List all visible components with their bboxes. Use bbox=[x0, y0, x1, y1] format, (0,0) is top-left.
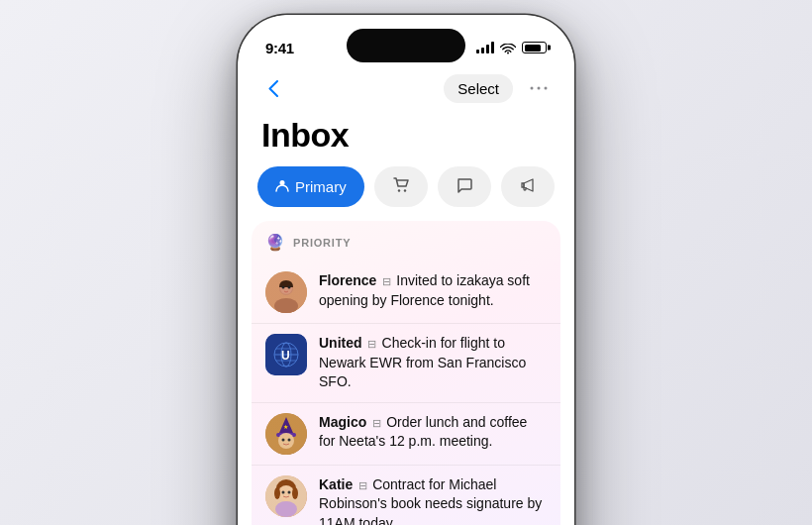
phone-frame: 9:41 bbox=[238, 15, 574, 525]
tab-shopping[interactable] bbox=[374, 166, 428, 207]
snippet-icon-2: ⊟ bbox=[372, 417, 384, 429]
svg-text:U: U bbox=[281, 349, 290, 363]
more-button[interactable] bbox=[523, 72, 555, 104]
snippet-icon-3: ⊟ bbox=[358, 479, 370, 491]
svg-point-31 bbox=[288, 490, 291, 493]
email-item-florence[interactable]: Florence ⊟ Invited to izakaya soft openi… bbox=[252, 262, 560, 323]
tab-promotions[interactable] bbox=[501, 166, 555, 207]
magico-email-text: Magico ⊟ Order lunch and coffee for Neet… bbox=[319, 413, 547, 452]
tab-primary-label: Primary bbox=[295, 178, 347, 195]
avatar-magico: ★ bbox=[265, 413, 307, 455]
svg-point-0 bbox=[531, 87, 534, 90]
svg-point-4 bbox=[397, 189, 399, 191]
florence-email-text: Florence ⊟ Invited to izakaya soft openi… bbox=[319, 271, 547, 310]
svg-point-2 bbox=[545, 87, 548, 90]
select-button[interactable]: Select bbox=[444, 74, 513, 103]
back-button[interactable] bbox=[257, 72, 289, 104]
page-header: Inbox bbox=[238, 112, 574, 166]
megaphone-icon bbox=[519, 176, 537, 197]
united-sender: United bbox=[319, 335, 362, 351]
magico-sender: Magico bbox=[319, 414, 366, 430]
person-icon bbox=[275, 178, 289, 195]
svg-point-1 bbox=[538, 87, 541, 90]
snippet-icon-1: ⊟ bbox=[367, 338, 379, 350]
nav-actions: Select bbox=[444, 72, 555, 104]
florence-sender: Florence bbox=[319, 272, 376, 288]
email-item-magico[interactable]: ★ Magico ⊟ Order lunch and coffee for Ne… bbox=[252, 402, 560, 465]
wifi-icon bbox=[500, 42, 516, 53]
katie-email-content: Katie ⊟ Contract for Michael Robinson's … bbox=[319, 475, 547, 525]
svg-point-11 bbox=[288, 286, 291, 289]
cart-icon bbox=[392, 176, 410, 197]
status-time: 9:41 bbox=[265, 40, 294, 56]
svg-text:★: ★ bbox=[283, 424, 288, 430]
magico-email-content: Magico ⊟ Order lunch and coffee for Neet… bbox=[319, 413, 547, 452]
signal-icon bbox=[476, 42, 494, 53]
priority-header: 🔮 PRIORITY bbox=[252, 233, 560, 262]
katie-snippet: Contract for Michael Robinson's book nee… bbox=[319, 476, 542, 525]
status-icons bbox=[476, 42, 547, 53]
svg-point-21 bbox=[278, 433, 294, 449]
priority-label: PRIORITY bbox=[293, 237, 351, 249]
svg-point-5 bbox=[403, 189, 405, 191]
svg-point-23 bbox=[288, 438, 291, 441]
svg-point-28 bbox=[274, 487, 280, 499]
battery-icon bbox=[522, 42, 547, 53]
page-title: Inbox bbox=[261, 116, 551, 155]
katie-email-text: Katie ⊟ Contract for Michael Robinson's … bbox=[319, 475, 547, 525]
svg-point-29 bbox=[292, 487, 298, 499]
avatar-katie bbox=[265, 475, 307, 517]
dynamic-island bbox=[347, 29, 465, 62]
category-tabs: Primary bbox=[238, 166, 574, 221]
florence-email-content: Florence ⊟ Invited to izakaya soft openi… bbox=[319, 271, 547, 310]
avatar-united: U bbox=[265, 334, 307, 375]
united-email-text: United ⊟ Check-in for flight to Newark E… bbox=[319, 334, 547, 392]
nav-bar: Select bbox=[238, 68, 574, 112]
katie-sender: Katie bbox=[319, 476, 353, 492]
scene: 9:41 bbox=[0, 0, 812, 525]
bubble-icon bbox=[456, 176, 473, 197]
tab-primary[interactable]: Primary bbox=[257, 166, 364, 207]
united-email-content: United ⊟ Check-in for flight to Newark E… bbox=[319, 334, 547, 392]
gem-icon: 🔮 bbox=[265, 233, 285, 252]
email-item-katie[interactable]: Katie ⊟ Contract for Michael Robinson's … bbox=[252, 465, 560, 525]
svg-point-27 bbox=[278, 485, 294, 501]
svg-point-32 bbox=[275, 501, 297, 517]
email-item-united[interactable]: U United ⊟ Check-in for flight to Newark… bbox=[252, 323, 560, 402]
phone-screen: 9:41 bbox=[238, 15, 574, 525]
tab-social[interactable] bbox=[438, 166, 491, 207]
svg-point-10 bbox=[282, 286, 285, 289]
svg-point-30 bbox=[282, 490, 285, 493]
avatar-florence bbox=[265, 271, 307, 313]
priority-section: 🔮 PRIORITY bbox=[252, 221, 560, 525]
svg-point-22 bbox=[282, 438, 285, 441]
snippet-icon-0: ⊟ bbox=[382, 275, 394, 287]
